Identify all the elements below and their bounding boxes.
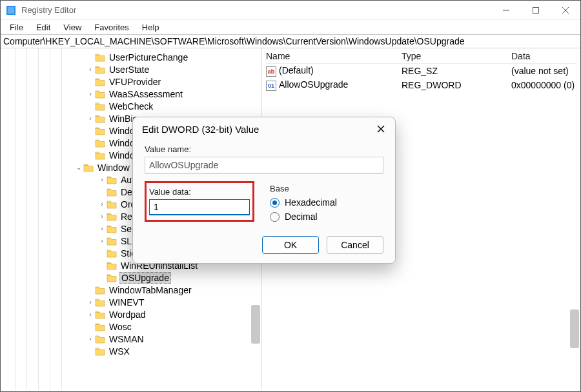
folder-icon: [107, 200, 117, 209]
value-data: (value not set): [511, 66, 576, 76]
close-button[interactable]: [551, 1, 580, 20]
folder-icon: [95, 322, 105, 331]
menu-view[interactable]: View: [58, 21, 87, 34]
tree-item[interactable]: OSUpgrade: [3, 271, 261, 284]
tree-item[interactable]: Wosc: [3, 320, 261, 333]
value-data-label: Value data:: [149, 187, 250, 197]
svg-rect-1: [8, 7, 14, 14]
menubar: File Edit View Favorites Help: [1, 20, 580, 34]
value-name: AllowOSUpgrade: [279, 79, 348, 90]
tree-expand-icon[interactable]: ›: [97, 237, 107, 244]
radio-icon: [270, 198, 280, 208]
tree-item[interactable]: VFUProvider: [3, 75, 261, 88]
tree-expand-icon[interactable]: ›: [86, 66, 95, 73]
window-title: Registry Editor: [21, 5, 491, 15]
folder-icon: [95, 151, 105, 160]
tree-expand-icon[interactable]: ›: [86, 115, 95, 122]
folder-icon: [95, 77, 105, 86]
radio-hex-label: Hexadecimal: [285, 197, 337, 208]
menu-edit[interactable]: Edit: [31, 21, 56, 34]
folder-icon: [95, 126, 105, 135]
tree-item-label: WindowTabManager: [108, 285, 193, 295]
app-icon: [6, 5, 16, 15]
tree-item[interactable]: ›WINEVT: [3, 296, 261, 308]
titlebar: Registry Editor: [1, 1, 580, 20]
maximize-button[interactable]: [521, 1, 551, 20]
folder-icon: [95, 298, 105, 307]
tree-item-label: WINEVT: [108, 297, 145, 308]
minimize-button[interactable]: [491, 1, 521, 20]
value-data-input[interactable]: [149, 199, 250, 215]
list-row[interactable]: 01AllowOSUpgradeREG_DWORD0x00000000 (0): [266, 78, 576, 92]
folder-icon: [95, 114, 105, 123]
tree-item-label: OSUpgrade: [119, 272, 171, 284]
radio-dec-label: Decimal: [285, 211, 318, 222]
folder-icon: [95, 310, 105, 319]
radio-decimal[interactable]: Decimal: [270, 211, 383, 222]
ok-button[interactable]: OK: [262, 236, 319, 254]
folder-icon: [107, 273, 117, 282]
tree-item-label: VFUProvider: [108, 77, 162, 87]
value-type: REG_SZ: [402, 66, 511, 76]
menu-file[interactable]: File: [5, 21, 28, 34]
tree-item[interactable]: ›WSMAN: [3, 333, 261, 345]
column-type[interactable]: Type: [402, 51, 511, 61]
tree-item[interactable]: WSX: [3, 345, 261, 357]
tree-item[interactable]: UserPictureChange: [3, 51, 261, 63]
tree-expand-icon[interactable]: ›: [97, 225, 107, 232]
folder-icon: [83, 163, 94, 172]
tree-expand-icon[interactable]: ›: [97, 201, 107, 208]
tree-item[interactable]: ›Wordpad: [3, 308, 261, 320]
value-name-field[interactable]: AllowOSUpgrade: [145, 157, 383, 173]
value-name-label: Value name:: [145, 144, 383, 154]
svg-rect-3: [533, 7, 539, 13]
folder-icon: [107, 175, 117, 184]
base-label: Base: [270, 184, 383, 193]
column-data[interactable]: Data: [511, 51, 576, 61]
value-name: (Default): [279, 65, 314, 75]
tree-scrollbar-thumb[interactable]: [251, 305, 260, 344]
folder-icon: [95, 347, 105, 356]
tree-expand-icon[interactable]: ›: [86, 90, 95, 97]
tree-item-label: Window: [96, 162, 131, 173]
folder-icon: [95, 65, 105, 74]
tree-expand-icon[interactable]: ›: [97, 213, 107, 220]
list-header: Name Type Data: [266, 48, 576, 64]
tree-expand-icon[interactable]: ›: [86, 299, 95, 306]
cancel-button[interactable]: Cancel: [327, 236, 383, 254]
list-row[interactable]: ab(Default)REG_SZ(value not set): [266, 64, 576, 78]
folder-icon: [95, 90, 105, 99]
address-bar[interactable]: Computer\HKEY_LOCAL_MACHINE\SOFTWARE\Mic…: [1, 34, 580, 48]
tree-item[interactable]: ›UserState: [3, 63, 261, 75]
menu-help[interactable]: Help: [137, 21, 165, 34]
tree-item[interactable]: WindowTabManager: [3, 284, 261, 296]
dialog-close-button[interactable]: [374, 122, 387, 135]
tree-item-label: Wordpad: [108, 309, 147, 320]
tree-item-label: UserState: [108, 64, 150, 75]
folder-icon: [107, 249, 117, 258]
window-controls: [491, 1, 580, 20]
tree-item[interactable]: ›WaaSAssessment: [3, 88, 261, 100]
tree-expand-icon[interactable]: ›: [97, 176, 107, 183]
menu-favorites[interactable]: Favorites: [89, 21, 134, 34]
folder-icon: [107, 188, 117, 197]
folder-icon: [95, 139, 105, 148]
value-data: 0x00000000 (0): [511, 80, 576, 90]
folder-icon: [107, 224, 117, 233]
tree-item-label: WebCheck: [108, 101, 154, 112]
tree-expand-icon[interactable]: ›: [86, 335, 95, 342]
folder-icon: [107, 237, 117, 246]
column-name[interactable]: Name: [266, 51, 402, 61]
folder-icon: [107, 261, 117, 270]
folder-icon: [95, 53, 105, 62]
tree-item-label: WaaSAssessment: [108, 89, 184, 99]
value-type-icon: 01: [266, 81, 276, 91]
tree-item[interactable]: WebCheck: [3, 100, 261, 112]
folder-icon: [95, 335, 105, 344]
tree-expand-icon[interactable]: ⌄: [74, 164, 83, 171]
tree-item-label: WSMAN: [108, 334, 145, 344]
tree-expand-icon[interactable]: ›: [86, 311, 95, 318]
radio-hexadecimal[interactable]: Hexadecimal: [270, 197, 383, 208]
list-scrollbar-thumb[interactable]: [570, 309, 579, 348]
value-type: REG_DWORD: [402, 80, 511, 90]
